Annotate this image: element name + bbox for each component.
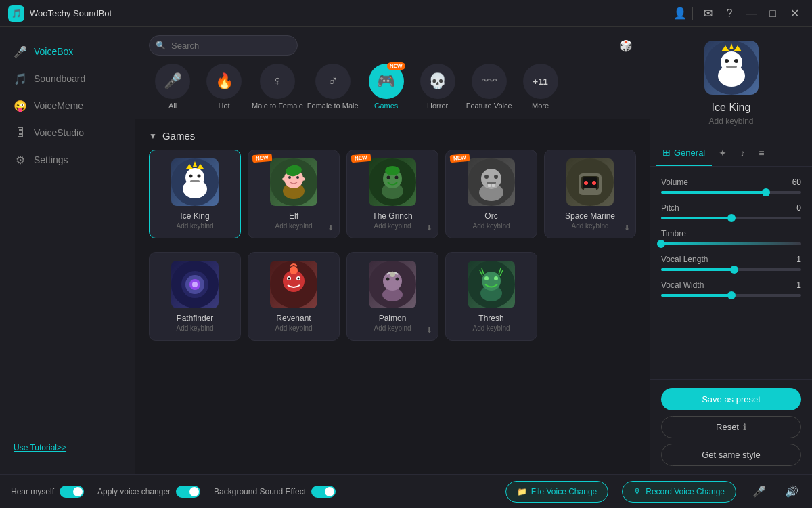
pitch-label: Pitch [661,203,679,213]
voice-card-ice-king[interactable]: Ice King Add keybind [149,150,241,238]
voicebox-icon: 🎤 [14,45,27,58]
mail-icon[interactable]: ✉ [698,4,717,23]
voice-keybind-ice-king[interactable]: Add keybind [176,222,213,230]
voice-card-thresh[interactable]: Thresh Add keybind [445,252,537,341]
voice-keybind-orc[interactable]: Add keybind [472,222,510,230]
section-toggle[interactable]: ▼ [149,131,157,141]
tab-music[interactable]: ♪ [734,140,752,166]
svg-point-53 [386,278,390,281]
apply-voice-changer-label: Apply voice changer [97,487,171,496]
voice-keybind-revenant[interactable]: Add keybind [275,324,312,332]
vocal-length-thumb[interactable] [730,266,738,274]
voice-grid-row2: Pathfinder Add keybind [149,252,636,341]
title-bar: 🎵 WooTechy SoundBot 👤 ✉ ? — □ ✕ [0,0,812,27]
voice-card-paimon[interactable]: Paimon Add keybind ⬇ [346,252,438,341]
record-voice-change-button[interactable]: 🎙 Record Voice Change [622,481,736,503]
timbre-thumb[interactable] [657,240,665,248]
category-more[interactable]: +11 More [517,64,564,110]
voice-name-pathfinder: Pathfinder [177,314,214,323]
timbre-track[interactable] [661,242,801,245]
voice-download-elf[interactable]: ⬇ [328,224,334,232]
voice-avatar-grinch [369,158,416,206]
voice-keybind-paimon[interactable]: Add keybind [374,324,411,332]
tab-general-label: General [674,148,705,158]
cat-label-games: Games [374,102,398,110]
voice-keybind-space-marine[interactable]: Add keybind [571,222,608,230]
svg-rect-5 [190,180,200,182]
tab-eq[interactable]: ≡ [752,140,771,166]
save-preset-button[interactable]: Save as preset [661,388,801,410]
file-voice-label: File Voice Change [531,487,597,496]
svg-point-47 [288,278,290,280]
settings-icon: ⚙ [14,153,27,167]
voice-download-paimon[interactable]: ⬇ [426,326,432,335]
sidebar-item-settings[interactable]: ⚙ Settings [0,146,135,173]
tab-general[interactable]: ⊞ General [656,140,712,166]
sidebar-item-voicestudio[interactable]: 🎛 VoiceStudio [0,119,135,146]
hear-myself-toggle[interactable] [60,486,84,498]
voice-keybind-grinch[interactable]: Add keybind [374,222,411,230]
file-voice-change-button[interactable]: 📁 File Voice Change [505,481,608,503]
voicememe-icon: 😜 [14,99,27,112]
sidebar-item-voicememe[interactable]: 😜 VoiceMeme [0,92,135,119]
category-games[interactable]: 🎮 NEW Games [363,64,410,110]
tab-effects[interactable]: ✦ [712,140,734,166]
preview-keybind[interactable]: Add keybind [708,117,753,126]
voice-card-grinch[interactable]: NEW The Grinch Add keybind [346,150,438,238]
voice-card-orc[interactable]: NEW Orc Add [445,150,537,238]
svg-point-4 [198,175,201,178]
record-voice-label: Record Voice Change [646,487,725,496]
panel-sliders: Volume 60 Pitch 0 [650,167,812,379]
profile-icon[interactable]: 👤 [671,4,690,23]
sidebar-label-voicebox: VoiceBox [34,46,73,57]
speaker-icon[interactable]: 🔊 [782,482,801,501]
volume-track[interactable] [661,191,801,194]
voice-avatar-paimon [369,261,416,308]
category-male-to-female[interactable]: ♀ Male to Female [252,64,303,110]
category-all[interactable]: 🎤 All [149,64,196,110]
voice-keybind-thresh[interactable]: Add keybind [472,324,510,332]
category-female-to-male[interactable]: ♂ Female to Male [307,64,359,110]
reset-button[interactable]: Reset ℹ [661,416,801,438]
maximize-button[interactable]: □ [763,4,782,23]
svg-point-59 [484,276,489,280]
svg-point-63 [721,51,742,73]
vocal-width-value: 1 [796,280,801,290]
category-feature-voice[interactable]: 〰 Feature Voice [466,64,513,110]
dice-icon[interactable]: 🎲 [616,35,636,56]
vocal-length-track[interactable] [661,268,801,271]
category-hot[interactable]: 🔥 Hot [200,64,248,110]
vocal-width-thumb[interactable] [727,291,736,299]
voice-card-space-marine[interactable]: Space Marine Add keybind ⬇ [544,150,636,238]
cat-icon-more: +11 [523,64,558,99]
voice-card-revenant[interactable]: Revenant Add keybind [248,252,340,341]
pitch-thumb[interactable] [727,214,736,222]
voice-download-space-marine[interactable]: ⬇ [624,224,630,232]
help-icon[interactable]: ? [720,4,739,23]
vocal-width-track[interactable] [661,294,801,297]
voice-download-grinch[interactable]: ⬇ [426,224,432,232]
volume-thumb[interactable] [762,188,770,196]
minimize-button[interactable]: — [742,4,761,23]
sidebar-item-soundboard[interactable]: 🎵 Soundboard [0,65,135,92]
voice-keybind-pathfinder[interactable]: Add keybind [176,324,213,332]
search-input[interactable] [149,35,298,56]
sidebar: 🎤 VoiceBox 🎵 Soundboard 😜 VoiceMeme 🎛 Vo… [0,27,135,474]
category-horror[interactable]: 💀 Horror [414,64,461,110]
hear-myself-knob [73,487,83,496]
close-button[interactable]: ✕ [785,4,804,23]
bg-sound-toggle[interactable] [311,486,336,498]
sidebar-item-voicebox[interactable]: 🎤 VoiceBox [0,38,135,65]
svg-point-65 [734,59,738,63]
file-voice-icon: 📁 [517,487,527,496]
pitch-track[interactable] [661,217,801,219]
microphone-icon[interactable]: 🎤 [750,482,769,501]
get-same-style-button[interactable]: Get same style [661,444,801,466]
voice-card-pathfinder[interactable]: Pathfinder Add keybind [149,252,241,341]
apply-voice-changer-toggle[interactable] [176,486,200,498]
cat-icon-f2m: ♂ [315,64,351,99]
voice-keybind-elf[interactable]: Add keybind [275,222,312,230]
voice-card-elf[interactable]: NEW Elf [248,150,340,238]
vocal-width-slider-row: Vocal Width 1 [661,280,801,297]
tutorial-link[interactable]: Use Tutorial>> [0,432,135,463]
